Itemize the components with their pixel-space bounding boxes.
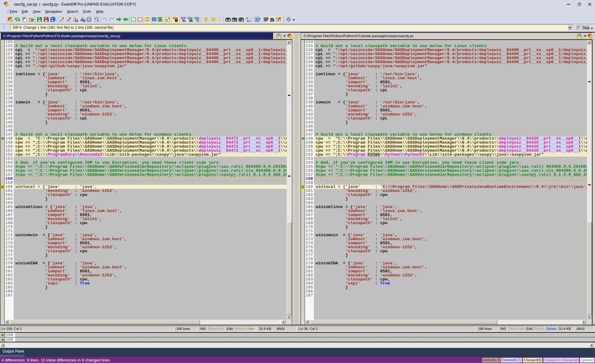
svg-text:B: B bbox=[249, 20, 251, 22]
